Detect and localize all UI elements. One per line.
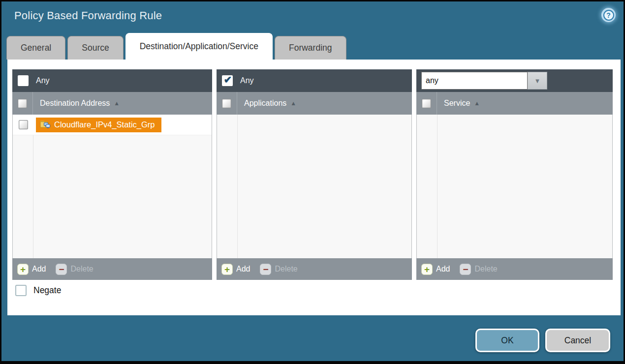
service-dropdown-bar: ▼ (416, 69, 613, 92)
service-column: ▼ Service ▲ + Add − Delete (416, 69, 613, 280)
sort-asc-icon[interactable]: ▲ (474, 100, 480, 107)
service-selectall-checkbox[interactable] (422, 99, 431, 108)
column-divider (437, 115, 438, 258)
sort-asc-icon[interactable]: ▲ (290, 100, 296, 107)
applications-add-button[interactable]: + Add (221, 264, 250, 275)
add-icon: + (17, 264, 29, 275)
tab-destination-application-service[interactable]: Destination/Application/Service (125, 33, 273, 60)
column-divider (33, 115, 33, 258)
service-column-header[interactable]: Service (444, 99, 470, 108)
dialog-title: Policy Based Forwarding Rule (14, 9, 162, 22)
applications-any-label: Any (240, 76, 254, 85)
cancel-button[interactable]: Cancel (545, 329, 610, 352)
policy-forwarding-dialog: Policy Based Forwarding Rule ? General S… (0, 0, 625, 364)
add-button-label: Add (236, 265, 250, 273)
destination-column: Any Destination Address ▲ (12, 69, 212, 280)
ok-button[interactable]: OK (475, 329, 539, 352)
address-group-icon (40, 120, 50, 129)
negate-label: Negate (33, 285, 61, 296)
destination-any-label: Any (36, 76, 50, 85)
applications-any-checkbox[interactable]: ✔ (222, 75, 233, 86)
destination-list: Cloudflare_IPv4_Static_Grp (12, 115, 212, 258)
service-delete-button[interactable]: − Delete (460, 264, 497, 275)
destination-selectall-cell (12, 92, 33, 115)
service-toolbar: + Add − Delete (416, 258, 613, 280)
address-group-entry[interactable]: Cloudflare_IPv4_Static_Grp (36, 118, 161, 132)
address-group-name: Cloudflare_IPv4_Static_Grp (54, 120, 155, 129)
chevron-down-icon[interactable]: ▼ (528, 72, 547, 90)
delete-icon: − (460, 264, 471, 275)
tab-forwarding[interactable]: Forwarding (275, 36, 346, 60)
destination-selectall-checkbox[interactable] (18, 99, 27, 108)
service-list (416, 115, 613, 258)
destination-any-bar: Any (12, 69, 212, 92)
add-icon: + (221, 264, 233, 275)
service-mode-input[interactable] (421, 72, 528, 90)
applications-any-bar: ✔ Any (217, 69, 412, 92)
destination-header-row: Destination Address ▲ (12, 92, 212, 115)
destination-column-header[interactable]: Destination Address (40, 99, 110, 108)
service-selectall-cell (416, 92, 437, 115)
sort-asc-icon[interactable]: ▲ (114, 100, 120, 107)
destination-toolbar: + Add − Delete (12, 258, 212, 280)
tab-content-panel: Any Destination Address ▲ (7, 60, 621, 315)
help-icon: ? (603, 10, 614, 21)
service-header-row: Service ▲ (416, 92, 613, 115)
item-checkbox-cell (13, 115, 33, 135)
item-checkbox[interactable] (19, 120, 28, 129)
destination-any-checkbox[interactable] (18, 75, 29, 86)
negate-control: Negate (15, 285, 61, 296)
add-icon: + (421, 264, 433, 275)
negate-checkbox[interactable] (15, 285, 27, 296)
delete-button-label: Delete (70, 265, 93, 273)
applications-toolbar: + Add − Delete (217, 258, 412, 280)
applications-selectall-cell (217, 92, 237, 115)
delete-button-label: Delete (474, 265, 497, 273)
add-button-label: Add (32, 265, 46, 273)
tab-bar: General Source Destination/Application/S… (6, 33, 346, 60)
destination-delete-button[interactable]: − Delete (56, 264, 93, 275)
applications-selectall-checkbox[interactable] (222, 99, 231, 108)
add-button-label: Add (436, 265, 450, 273)
tab-general[interactable]: General (6, 36, 65, 60)
column-divider (237, 115, 238, 258)
applications-column: ✔ Any Applications ▲ + Add − (217, 69, 412, 280)
service-mode-dropdown: ▼ (421, 72, 547, 90)
delete-icon: − (260, 264, 271, 275)
tab-source[interactable]: Source (67, 36, 123, 60)
delete-icon: − (56, 264, 67, 275)
applications-delete-button[interactable]: − Delete (260, 264, 297, 275)
checkmark-icon: ✔ (224, 75, 232, 85)
applications-list (217, 115, 412, 258)
service-add-button[interactable]: + Add (421, 264, 450, 275)
delete-button-label: Delete (275, 265, 297, 273)
applications-header-row: Applications ▲ (217, 92, 412, 115)
destination-add-button[interactable]: + Add (17, 264, 46, 275)
list-item[interactable]: Cloudflare_IPv4_Static_Grp (13, 115, 212, 135)
applications-column-header[interactable]: Applications (244, 99, 286, 108)
help-button[interactable]: ? (601, 8, 616, 22)
